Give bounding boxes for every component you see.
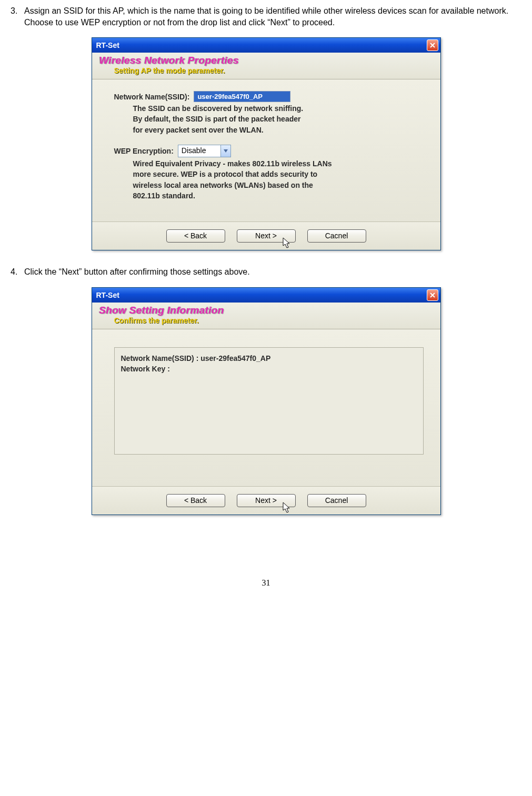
window-title: RT-Set bbox=[96, 291, 427, 299]
ssid-desc-line: for every packet sent over the WLAN. bbox=[133, 125, 424, 135]
cancel-button[interactable]: Cacnel bbox=[307, 229, 366, 243]
close-button[interactable] bbox=[427, 39, 438, 51]
step-3: 3. Assign an SSID for this AP, which is … bbox=[11, 5, 521, 28]
ssid-description: The SSID can be discovered by network sn… bbox=[114, 103, 424, 135]
chevron-down-icon bbox=[220, 145, 230, 157]
ssid-desc-line: By default, the SSID is part of the pack… bbox=[133, 114, 424, 124]
ssid-desc-line: The SSID can be discovered by network sn… bbox=[133, 103, 424, 114]
wep-select[interactable]: Disable bbox=[178, 145, 231, 157]
wep-label: WEP Encryption: bbox=[114, 147, 174, 155]
step-4: 4. Click the “Next” button after confirm… bbox=[11, 266, 521, 278]
dialog-heading: Wireless Network Properties bbox=[99, 55, 433, 66]
next-button[interactable]: Next > bbox=[237, 494, 296, 507]
cursor-icon bbox=[283, 237, 291, 249]
wep-description: Wired Equivalent Privacy - makes 802.11b… bbox=[114, 158, 424, 201]
back-button[interactable]: < Back bbox=[166, 229, 225, 243]
next-button[interactable]: Next > bbox=[237, 229, 296, 243]
dialog-body: Network Name(SSID): The SSID can be disc… bbox=[92, 79, 440, 221]
page-number: 31 bbox=[11, 578, 521, 588]
wep-desc-line: wireless local area networks (WLANs) bas… bbox=[133, 180, 424, 190]
dialog-heading: Show Setting Information bbox=[99, 305, 433, 316]
ssid-input[interactable] bbox=[194, 91, 290, 102]
next-button-label: Next > bbox=[255, 231, 277, 240]
dialog-header: Show Setting Information Confirms the pa… bbox=[92, 303, 440, 329]
dialog-setting-information: RT-Set Show Setting Information Confirms… bbox=[92, 287, 441, 515]
dialog-subheading: Confirms the parameter. bbox=[99, 316, 433, 325]
wep-desc-line: Wired Equivalent Privacy - makes 802.11b… bbox=[133, 158, 424, 169]
close-icon bbox=[430, 293, 435, 298]
window-title: RT-Set bbox=[96, 41, 427, 49]
wep-desc-line: 802.11b standard. bbox=[133, 190, 424, 201]
dialog-footer: < Back Next > Cacnel bbox=[92, 221, 440, 250]
summary-line: Network Key : bbox=[121, 364, 417, 374]
summary-line: Network Name(SSID) : user-29fea547f0_AP bbox=[121, 353, 417, 364]
dialog-body: Network Name(SSID) : user-29fea547f0_AP … bbox=[92, 329, 440, 486]
cursor-icon bbox=[283, 502, 291, 513]
titlebar: RT-Set bbox=[92, 288, 440, 303]
next-button-label: Next > bbox=[255, 496, 277, 505]
step-text: Assign an SSID for this AP, which is the… bbox=[24, 5, 521, 28]
step-number: 4. bbox=[11, 266, 24, 278]
dialog-wireless-properties: RT-Set Wireless Network Properties Setti… bbox=[92, 37, 441, 250]
dialog-subheading: Setting AP the mode parameter. bbox=[99, 66, 433, 75]
dialog-header: Wireless Network Properties Setting AP t… bbox=[92, 53, 440, 79]
wep-value: Disable bbox=[178, 145, 220, 157]
close-button[interactable] bbox=[427, 289, 438, 301]
cancel-button[interactable]: Cacnel bbox=[307, 494, 366, 507]
ssid-label: Network Name(SSID): bbox=[114, 93, 190, 101]
titlebar: RT-Set bbox=[92, 38, 440, 53]
close-icon bbox=[430, 43, 435, 48]
dialog-footer: < Back Next > Cacnel bbox=[92, 486, 440, 515]
step-number: 3. bbox=[11, 5, 24, 28]
summary-box: Network Name(SSID) : user-29fea547f0_AP … bbox=[114, 347, 424, 455]
step-text: Click the “Next” button after confirming… bbox=[24, 266, 521, 278]
wep-desc-line: more secure. WEP is a protocol that adds… bbox=[133, 169, 424, 179]
back-button[interactable]: < Back bbox=[166, 494, 225, 507]
